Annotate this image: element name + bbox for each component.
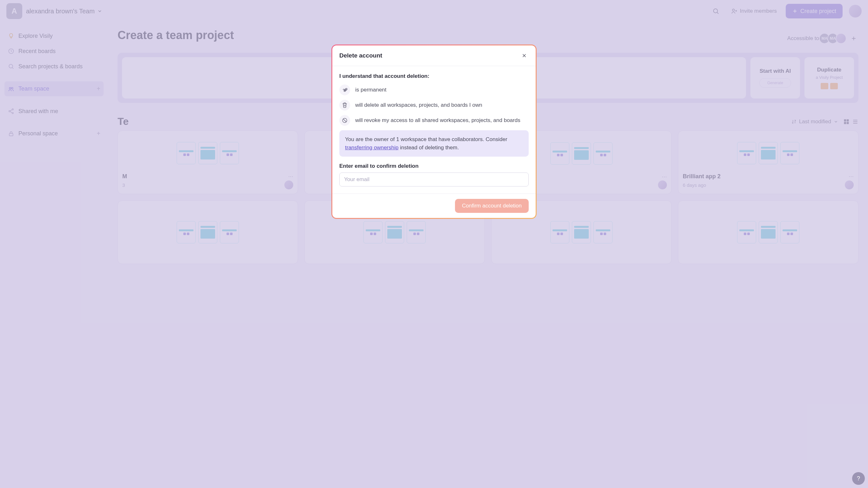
prohibited-icon <box>339 115 350 126</box>
understand-label: I understand that account deletion: <box>339 73 529 80</box>
close-icon <box>521 53 527 58</box>
warning-prefix: You are the owner of 1 workspace that ha… <box>345 136 507 142</box>
modal-body: I understand that account deletion: is p… <box>332 66 536 193</box>
modal-overlay[interactable]: Delete account I understand that account… <box>0 0 868 488</box>
bullet-text: will revoke my access to all shared work… <box>355 117 520 124</box>
modal-header: Delete account <box>332 45 536 66</box>
infinity-icon <box>339 85 350 95</box>
modal-footer: Confirm account deletion <box>332 193 536 218</box>
modal-title: Delete account <box>339 52 382 59</box>
delete-account-modal: Delete account I understand that account… <box>332 45 536 218</box>
help-button[interactable]: ? <box>852 472 865 485</box>
bullet-permanent: is permanent <box>339 85 529 95</box>
bullet-text: is permanent <box>355 87 386 93</box>
svg-line-32 <box>343 119 346 122</box>
confirm-deletion-button[interactable]: Confirm account deletion <box>455 199 529 213</box>
bullet-revoke-access: will revoke my access to all shared work… <box>339 115 529 126</box>
email-input[interactable] <box>339 173 529 186</box>
warning-suffix: instead of deleting them. <box>398 145 459 151</box>
bullet-text: will delete all workspaces, projects, an… <box>355 102 482 108</box>
trash-icon <box>339 100 350 111</box>
confirm-email-label: Enter email to confirm deletion <box>339 163 529 169</box>
ownership-warning: You are the owner of 1 workspace that ha… <box>339 130 529 157</box>
close-button[interactable] <box>520 51 529 60</box>
bullet-delete-workspaces: will delete all workspaces, projects, an… <box>339 100 529 111</box>
transfer-ownership-link[interactable]: transferring ownership <box>345 145 398 151</box>
modal-border: Delete account I understand that account… <box>331 44 537 219</box>
question-icon: ? <box>857 475 860 482</box>
